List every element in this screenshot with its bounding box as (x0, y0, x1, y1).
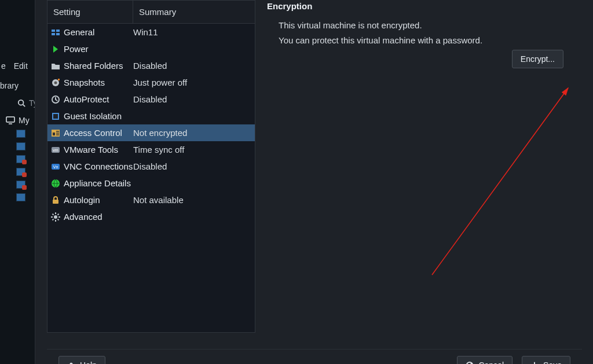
row-label: Snapshots (64, 78, 133, 87)
svg-rect-6 (52, 33, 55, 35)
row-summary: Just power off (133, 78, 255, 87)
settings-table-header: Setting Summary (47, 1, 255, 24)
detail-line1: This virtual machine is not encrypted. (267, 18, 580, 33)
svg-line-30 (53, 219, 54, 220)
header-summary[interactable]: Summary (133, 1, 255, 23)
vm-icon-error (16, 168, 25, 176)
row-summary: Disabled (133, 94, 255, 104)
settings-row-power[interactable]: Power (47, 41, 255, 57)
snapshot-icon (50, 77, 61, 89)
settings-row-access-control[interactable]: Access ControlNot encrypted (47, 124, 255, 141)
help-button[interactable]: Help (58, 356, 105, 364)
access-control-icon (50, 127, 61, 139)
svg-point-0 (19, 100, 24, 105)
settings-row-guest-isolation[interactable]: Guest Isolation (47, 108, 255, 124)
settings-dialog: Setting Summary GeneralWin11PowerShared … (35, 0, 593, 364)
tree-item[interactable] (6, 142, 30, 150)
encrypt-button[interactable]: Encrypt... (512, 50, 563, 68)
tree-item[interactable] (6, 193, 30, 201)
svg-line-32 (432, 88, 568, 275)
detail-title: Encryption (267, 1, 580, 11)
settings-row-general[interactable]: GeneralWin11 (47, 24, 255, 41)
save-icon (530, 361, 539, 364)
row-label: VMware Tools (64, 145, 133, 155)
row-summary: Not available (133, 195, 255, 205)
search-icon (17, 99, 25, 107)
folder-icon (50, 60, 61, 72)
row-label: Shared Folders (64, 61, 133, 71)
tree-root[interactable]: My (6, 116, 30, 125)
row-summary: Disabled (133, 161, 255, 171)
settings-row-autologin[interactable]: AutologinNot available (47, 192, 255, 208)
svg-rect-16 (53, 133, 55, 135)
svg-text:Vn: Vn (53, 165, 58, 169)
vm-icon (16, 193, 25, 201)
row-label: Power (64, 44, 133, 54)
general-icon (50, 27, 61, 38)
svg-line-1 (23, 105, 25, 107)
svg-point-23 (54, 215, 57, 219)
row-summary: Win11 (133, 27, 255, 37)
svg-rect-11 (58, 79, 60, 80)
svg-text:vm: vm (53, 148, 58, 152)
row-label: Appliance Details (64, 178, 133, 188)
settings-row-shared-folders[interactable]: Shared FoldersDisabled (47, 57, 255, 74)
svg-point-10 (54, 81, 57, 84)
svg-rect-4 (52, 30, 55, 32)
vm-icon-error (16, 181, 25, 189)
menu-file-partial[interactable]: e (1, 61, 6, 71)
vmware-tools-icon: vm (50, 144, 61, 156)
header-setting[interactable]: Setting (47, 1, 133, 23)
background-menu-bar: e Edit (1, 61, 34, 71)
library-label-partial: brary (0, 81, 19, 90)
appliance-icon (50, 178, 61, 189)
vm-icon (16, 130, 25, 138)
tree-item[interactable] (6, 130, 30, 138)
autoprotect-icon (50, 94, 61, 105)
cancel-icon (466, 361, 474, 364)
advanced-icon (50, 211, 61, 223)
svg-rect-7 (56, 33, 60, 35)
svg-line-31 (58, 214, 59, 215)
autologin-icon (50, 194, 61, 206)
vnc-icon: Vn (50, 161, 61, 172)
tree-item[interactable] (6, 181, 30, 189)
detail-line2: You can protect this virtual machine wit… (267, 33, 580, 48)
svg-rect-22 (53, 200, 58, 204)
row-label: General (64, 27, 133, 37)
row-summary: Disabled (133, 61, 255, 71)
row-summary: Time sync off (133, 145, 255, 155)
row-label: AutoProtect (64, 94, 133, 104)
row-label: VNC Connections (64, 161, 133, 171)
settings-row-snapshots[interactable]: SnapshotsJust power off (47, 74, 255, 91)
settings-row-autoprotect[interactable]: AutoProtectDisabled (47, 91, 255, 108)
vm-icon-error (16, 155, 25, 163)
svg-rect-2 (6, 117, 14, 122)
tree-item[interactable] (6, 155, 30, 163)
dialog-footer: Help Cancel Save (47, 349, 582, 364)
help-icon (67, 361, 75, 364)
row-summary: Not encrypted (133, 128, 255, 138)
tree-item[interactable] (6, 168, 30, 176)
svg-rect-5 (56, 30, 60, 32)
settings-row-vnc-connections[interactable]: VnVNC ConnectionsDisabled (47, 158, 255, 175)
row-label: Access Control (64, 128, 133, 138)
row-label: Guest Isolation (64, 111, 133, 121)
settings-table: Setting Summary GeneralWin11PowerShared … (47, 0, 255, 333)
row-label: Autologin (64, 195, 133, 205)
guest-isolation-icon (50, 111, 61, 122)
vm-icon (16, 142, 25, 150)
settings-row-advanced[interactable]: Advanced (47, 208, 255, 225)
annotation-arrow (429, 81, 580, 278)
monitor-icon (6, 116, 15, 124)
svg-line-28 (53, 214, 54, 215)
save-button[interactable]: Save (522, 356, 570, 364)
power-icon (50, 43, 61, 55)
menu-edit[interactable]: Edit (14, 61, 28, 71)
cancel-button[interactable]: Cancel (457, 356, 513, 364)
settings-row-appliance-details[interactable]: Appliance Details (47, 175, 255, 192)
detail-panel: Encryption This virtual machine is not e… (267, 0, 580, 48)
svg-marker-8 (53, 46, 58, 53)
settings-row-vmware-tools[interactable]: vmVMware ToolsTime sync off (47, 141, 255, 158)
svg-line-29 (58, 219, 59, 220)
